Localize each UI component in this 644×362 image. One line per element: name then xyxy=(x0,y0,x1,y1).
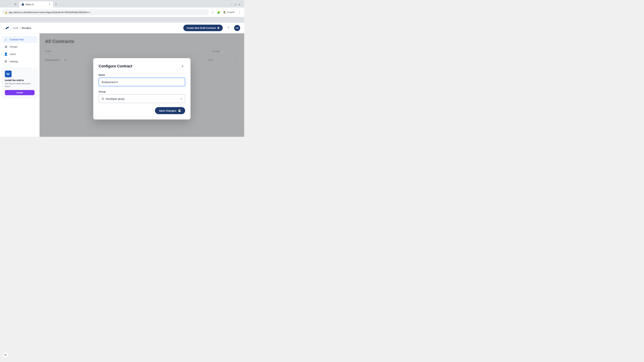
sidebar-addin-card: W Install the Add-in Get Reports within … xyxy=(2,68,38,98)
sidebar-label-settings: Settings xyxy=(10,60,18,63)
back-button[interactable]: ← xyxy=(1,2,7,7)
sidebar-item-settings[interactable]: ⚙ Settings xyxy=(2,58,38,65)
minimize-button[interactable]: − xyxy=(230,3,233,6)
toolbar-icons: ☆ 🧩 🕵 Incognito ⋮ xyxy=(210,9,242,15)
word-icon: W xyxy=(5,70,12,77)
app-header: Draft / Moodjoy Create New Draft Contrac… xyxy=(0,23,244,33)
home-icon: ⌂ xyxy=(4,38,8,41)
user-avatar[interactable]: LD xyxy=(234,25,240,31)
sidebar-label-users: Users xyxy=(10,53,16,55)
modal-overlay: Configure Contract × Name Group ⊞ Develo… xyxy=(40,33,244,137)
create-new-draft-button[interactable]: Create New Draft Contract ⊕ xyxy=(183,25,223,31)
incognito-label: Incognito xyxy=(226,11,235,13)
sidebar-item-contract-hub[interactable]: ⌂ Contract Hub xyxy=(2,36,38,43)
save-changes-label: Save Changes xyxy=(159,109,176,112)
name-form-group: Name xyxy=(98,73,185,86)
group-select[interactable]: ⊞ Developer group xyxy=(98,94,185,103)
svg-text:W: W xyxy=(6,72,10,76)
addin-title: Install the Add-in xyxy=(5,79,34,82)
groups-icon: ⊞ xyxy=(4,45,8,49)
group-label: Group xyxy=(98,90,185,93)
breadcrumb-draft: Draft xyxy=(13,26,18,29)
modal-footer: Save Changes 💾 xyxy=(98,107,185,114)
name-label: Name xyxy=(98,73,185,76)
addin-desc: Get Reports within Microsoft Word! xyxy=(5,82,34,88)
modal-close-button[interactable]: × xyxy=(180,63,185,69)
main-layout: ⌂ Contract Hub ⊞ Groups 👤 Users ⚙ Settin… xyxy=(0,33,244,137)
breadcrumb-separator: / xyxy=(20,26,20,29)
bookmark-button[interactable]: ☆ xyxy=(210,9,215,15)
incognito-icon: 🕵 xyxy=(224,11,226,13)
modal-title: Configure Contract xyxy=(98,64,132,68)
tab-label: Robin AI xyxy=(26,3,34,6)
forward-button[interactable]: → xyxy=(7,2,12,7)
extensions-button[interactable]: 🧩 xyxy=(216,9,221,15)
nav-buttons: ← → ↻ xyxy=(1,2,18,7)
settings-icon: ⚙ xyxy=(4,60,8,63)
tab-close-button[interactable]: ✕ xyxy=(48,3,51,6)
reload-button[interactable]: ↻ xyxy=(13,2,18,7)
save-changes-button[interactable]: Save Changes 💾 xyxy=(155,107,185,114)
group-select-wrapper: ⊞ Developer group ∨ xyxy=(98,94,185,103)
group-value: Developer group xyxy=(106,97,124,100)
addin-install-button[interactable]: Install xyxy=(5,90,34,95)
modal-header: Configure Contract × xyxy=(98,63,185,69)
sidebar-item-groups[interactable]: ⊞ Groups xyxy=(2,43,38,50)
url-text: app.robinai.co.uk/draft/contract-hub/con… xyxy=(9,11,90,13)
lock-icon: 🔒 xyxy=(5,11,8,13)
address-bar[interactable]: 🔒 app.robinai.co.uk/draft/contract-hub/c… xyxy=(2,9,209,15)
create-new-label: Create New Draft Contract xyxy=(187,27,216,29)
active-tab[interactable]: Robin AI ✕ xyxy=(20,1,53,7)
app-container: Draft / Moodjoy Create New Draft Contrac… xyxy=(0,23,244,137)
maximize-button[interactable]: ◻ xyxy=(234,3,237,6)
breadcrumb-current: Moodjoy xyxy=(22,26,31,29)
browser-menu-button[interactable]: ⋮ xyxy=(237,9,242,15)
app-logo xyxy=(4,25,10,31)
main-content: All Contracts Type Stage Employment A C.… xyxy=(40,33,244,137)
users-icon: 👤 xyxy=(4,52,8,56)
sidebar-label-groups: Groups xyxy=(10,45,18,48)
sidebar-nav: ⌂ Contract Hub ⊞ Groups 👤 Users ⚙ Settin… xyxy=(0,36,40,65)
window-controls: − ◻ ✕ xyxy=(230,3,243,6)
incognito-badge[interactable]: 🕵 Incognito xyxy=(222,10,236,14)
sidebar-label-contract-hub: Contract Hub xyxy=(10,38,24,41)
tab-bar: ← → ↻ Robin AI ✕ + − ◻ ✕ xyxy=(0,0,244,7)
configure-contract-modal: Configure Contract × Name Group ⊞ Develo… xyxy=(93,58,190,119)
new-tab-button[interactable]: + xyxy=(54,2,58,7)
create-plus-icon: ⊕ xyxy=(217,26,219,29)
tab-favicon xyxy=(22,3,24,6)
save-icon: 💾 xyxy=(178,109,181,112)
group-form-group: Group ⊞ Developer group ∨ xyxy=(98,90,185,103)
breadcrumb: Draft / Moodjoy xyxy=(13,26,31,29)
sidebar: ⌂ Contract Hub ⊞ Groups 👤 Users ⚙ Settin… xyxy=(0,33,40,137)
browser-chrome: ← → ↻ Robin AI ✕ + − ◻ ✕ 🔒 app.robinai.c… xyxy=(0,0,244,23)
help-button[interactable]: ? xyxy=(226,25,232,31)
close-window-button[interactable]: ✕ xyxy=(238,3,241,6)
address-bar-row: 🔒 app.robinai.co.uk/draft/contract-hub/c… xyxy=(0,7,244,17)
name-input[interactable] xyxy=(98,78,185,86)
sidebar-item-users[interactable]: 👤 Users xyxy=(2,51,38,58)
group-table-icon: ⊞ xyxy=(102,97,104,100)
